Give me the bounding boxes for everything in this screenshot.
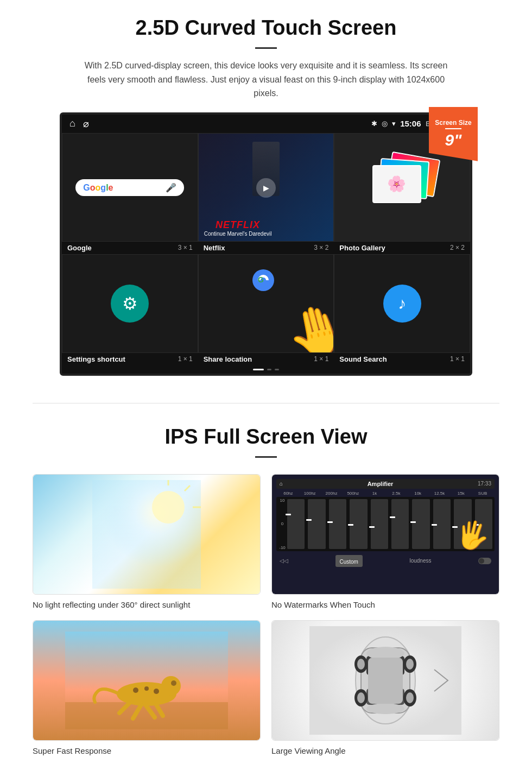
sound-search-content[interactable]: ♪ [334, 255, 470, 352]
freq-10k: 10k [408, 491, 428, 496]
netflix-logo-text: NETFLIX [204, 219, 272, 231]
status-time: 15:06 [400, 119, 421, 128]
google-label-row: Google 3 × 1 [62, 242, 198, 254]
badge-line [445, 128, 461, 129]
share-label-row: Share location 1 × 1 [198, 353, 334, 365]
amplifier-caption: No Watermarks When Touch [271, 600, 499, 609]
device-screen: ⌂ ⌀ ✱ ◎ ▾ 15:06 ⊟ ♪ ⊠ ⬜ [60, 112, 472, 376]
gallery-card-3: 🌸 [372, 165, 421, 203]
svg-point-13 [133, 687, 138, 693]
hand-touch-icon: 🤚 [280, 297, 334, 352]
dot-3 [275, 369, 279, 370]
gallery-app-size: 2 × 2 [450, 244, 465, 251]
section-divider [33, 403, 499, 403]
slider-6[interactable] [391, 499, 409, 549]
section2-ips: IPS Full Screen View [0, 420, 532, 757]
amp-custom-button[interactable]: Custom [335, 555, 363, 567]
netflix-app-size: 3 × 2 [314, 244, 328, 251]
sunlight-svg [92, 480, 201, 589]
share-location-app-cell[interactable]: G 🤚 [198, 254, 334, 353]
netflix-content-area[interactable]: NETFLIX Continue Marvel's Daredevil [199, 134, 334, 242]
sunlight-image [33, 475, 260, 594]
netflix-play-button[interactable] [256, 178, 276, 198]
settings-icon-wrap: ⚙ [111, 285, 149, 323]
slider-8[interactable] [433, 499, 451, 549]
maps-icon: G [250, 268, 277, 303]
gallery-app-name: Photo Gallery [339, 244, 385, 252]
sunlight-caption: No light reflecting under 360° direct su… [33, 600, 261, 609]
scale-neg10: -10 [278, 545, 286, 550]
eq-bars-area: 10 0 -10 [276, 497, 495, 551]
amplifier-image: ⌂ Amplifier 17:33 60hz 100hz 200hz 500hz… [272, 475, 499, 594]
netflix-app-cell[interactable]: NETFLIX Continue Marvel's Daredevil [198, 133, 334, 242]
badge-size: 9" [445, 131, 462, 149]
sound-app-name: Sound Search [339, 355, 387, 363]
settings-app-name: Settings shortcut [67, 355, 125, 363]
slider-5[interactable] [371, 499, 388, 549]
music-note-icon: ♪ [398, 294, 406, 313]
cheetah-caption: Super Fast Response [33, 746, 261, 755]
cheetah-image-container [33, 620, 261, 741]
section1-title: 2.5D Curved Touch Screen [33, 16, 499, 40]
slider-7[interactable] [412, 499, 429, 549]
home-icon[interactable]: ⌂ [69, 118, 75, 129]
amp-loudness-toggle[interactable] [478, 558, 491, 564]
status-bar: ⌂ ⌀ ✱ ◎ ▾ 15:06 ⊟ ♪ ⊠ ⬜ [62, 115, 470, 133]
section1-curved-touch: 2.5D Curved Touch Screen With 2.5D curve… [0, 0, 532, 387]
sunlight-image-container [33, 474, 261, 595]
device-mockup: Screen Size 9" ⌂ ⌀ ✱ ◎ ▾ 15:06 ⊟ ♪ ⊠ [60, 112, 472, 376]
amp-title-text: Amplifier [368, 481, 394, 487]
freq-12-5k: 12.5k [430, 491, 449, 496]
svg-point-34 [406, 659, 414, 670]
section1-underline [255, 47, 277, 49]
share-location-content[interactable]: G 🤚 [199, 255, 334, 352]
sound-label-row: Sound Search 1 × 1 [334, 353, 470, 365]
settings-content-area[interactable]: ⚙ [62, 255, 198, 352]
car-image [272, 621, 499, 740]
netflix-info: NETFLIX Continue Marvel's Daredevil [204, 219, 272, 237]
hand-slider-icon: 🖐 [453, 517, 491, 554]
settings-gear-icon: ⚙ [122, 293, 138, 314]
svg-rect-5 [92, 480, 201, 589]
slider-4[interactable] [350, 499, 367, 549]
settings-app-cell[interactable]: ⚙ [62, 254, 198, 353]
svg-point-14 [144, 686, 149, 691]
car-feature: Large Viewing Angle [271, 620, 499, 755]
svg-point-6 [152, 491, 185, 523]
google-search-area[interactable]: Google 🎤 [62, 134, 198, 242]
flower-icon: 🌸 [387, 175, 406, 193]
amp-header-bar: ⌂ Amplifier 17:33 [276, 479, 495, 489]
netflix-label-row: Netflix 3 × 2 [198, 242, 334, 254]
bluetooth-icon: ✱ [371, 119, 377, 128]
gallery-label-row: Photo Gallery 2 × 2 [334, 242, 470, 254]
amplifier-image-container: ⌂ Amplifier 17:33 60hz 100hz 200hz 500hz… [271, 474, 499, 595]
slider-2[interactable] [308, 499, 325, 549]
freq-1k: 1k [365, 491, 384, 496]
google-search-bar[interactable]: Google 🎤 [75, 179, 184, 196]
amplifier-feature: ⌂ Amplifier 17:33 60hz 100hz 200hz 500hz… [271, 474, 499, 609]
google-app-size: 3 × 1 [178, 244, 193, 251]
section2-underline [255, 456, 277, 458]
freq-200hz: 200hz [322, 491, 341, 496]
scale-10: 10 [278, 498, 286, 503]
cheetah-feature: Super Fast Response [33, 620, 261, 755]
amp-freq-labels: 60hz 100hz 200hz 500hz 1k 2.5k 10k 12.5k… [276, 491, 495, 496]
google-mic-icon[interactable]: 🎤 [166, 182, 176, 193]
sound-search-app-cell[interactable]: ♪ [334, 254, 470, 353]
slider-3[interactable] [329, 499, 346, 549]
badge-label: Screen Size [435, 119, 471, 127]
page-indicator [62, 365, 470, 374]
freq-sub: SUB [473, 491, 492, 496]
google-app-cell[interactable]: Google 🎤 [62, 133, 198, 242]
amp-home-icon: ⌂ [280, 481, 283, 487]
svg-point-15 [154, 689, 159, 694]
netflix-subtitle: Continue Marvel's Daredevil [204, 231, 272, 237]
app-grid-top: Google 🎤 NETFLIX [62, 133, 470, 242]
scale-0: 0 [278, 521, 286, 526]
google-logo: Google [83, 183, 113, 193]
eq-scale: 10 0 -10 [278, 497, 286, 551]
features-image-grid: No light reflecting under 360° direct su… [33, 474, 499, 755]
slider-1[interactable] [287, 499, 305, 549]
freq-60hz: 60hz [278, 491, 298, 496]
dot-active [253, 369, 264, 370]
